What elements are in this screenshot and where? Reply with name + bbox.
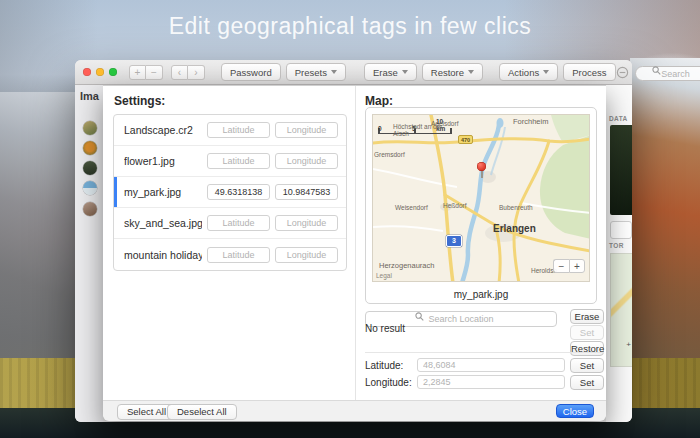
add-remove-segment: + − [129, 65, 163, 80]
image-thumbnail[interactable] [83, 141, 97, 155]
back-button[interactable]: ‹ [171, 65, 188, 80]
file-name: Landscape.cr2 [124, 124, 202, 136]
no-result-label: No result [365, 323, 405, 334]
image-thumbnail[interactable] [83, 161, 97, 175]
latitude-field[interactable] [207, 153, 270, 169]
chevron-down-icon [402, 70, 408, 74]
chevron-down-icon [468, 70, 474, 74]
map-place-label: Adelsdorf [431, 120, 458, 127]
longitude-field[interactable] [275, 122, 338, 138]
photo-preview-fragment [610, 125, 632, 215]
images-sidebar-header: Ima [80, 90, 99, 102]
search-input[interactable] [635, 66, 700, 81]
image-thumbnail[interactable] [83, 181, 97, 195]
file-row[interactable]: mountain holidays.jpg [114, 239, 346, 270]
traffic-lights [83, 68, 117, 76]
erase-menu-button[interactable]: Erase [364, 63, 417, 81]
actions-button[interactable]: Actions [499, 63, 558, 81]
hero-title: Edit geographical tags in few clics [0, 13, 700, 40]
images-sidebar: Ima [75, 85, 103, 422]
map-place-label: Gremsdorf [374, 151, 405, 158]
zoom-window-button[interactable] [109, 68, 117, 76]
file-row[interactable]: sky_and_sea.jpg [114, 208, 346, 239]
nav-segment: ‹ › [171, 65, 205, 80]
longitude-input[interactable] [417, 375, 565, 389]
longitude-field[interactable] [275, 153, 338, 169]
latitude-label: Latitude: [365, 360, 417, 371]
latitude-row: Latitude: [365, 358, 597, 372]
dialog-footer: Select All Deselect All Close [103, 400, 606, 421]
zoom-out-button[interactable]: − [553, 259, 569, 273]
longitude-field[interactable] [275, 215, 338, 231]
wallpaper-mountain-right [630, 58, 700, 363]
motorway-badge: 3 [446, 235, 462, 247]
zoom-in-button[interactable]: + [569, 259, 585, 273]
metadata-label-fragment: DATA [609, 115, 628, 122]
deselect-all-button[interactable]: Deselect All [167, 404, 237, 420]
latitude-field[interactable] [207, 122, 270, 138]
map-place-label: Bubenreuth [499, 204, 533, 211]
geotag-dialog: Settings: Map: Landscape.cr2 flower1.jpg… [103, 85, 606, 420]
forward-button[interactable]: › [188, 65, 205, 80]
file-name: sky_and_sea.jpg [124, 217, 202, 229]
image-thumbnail[interactable] [83, 202, 97, 216]
longitude-label: Longitude: [365, 377, 417, 388]
map-legal-link[interactable]: Legal [376, 272, 392, 279]
scale-zero: 0 [378, 125, 382, 132]
latitude-input[interactable] [417, 358, 565, 372]
longitude-field[interactable] [275, 247, 338, 263]
toolbar-search [635, 63, 700, 82]
restore-location-button[interactable]: Restore [570, 341, 604, 356]
chevron-down-icon [331, 70, 337, 74]
close-window-button[interactable] [83, 68, 91, 76]
background-panel-fragment: DATA TOR + [606, 85, 632, 422]
road-number-badge: 470 [458, 135, 473, 144]
map-zoom-controls: − + [553, 259, 585, 273]
map-place-label: Herzogenaurach [379, 262, 434, 271]
presets-button[interactable]: Presets [286, 63, 346, 81]
no-result-row: No result [365, 323, 597, 334]
latitude-field[interactable] [207, 184, 270, 200]
desktop: Edit geographical tags in few clics + − … [0, 0, 700, 438]
map-place-label: Weisendorf [395, 204, 428, 211]
map-place-label: Forchheim [513, 118, 548, 127]
map-container: 0 5 10 km Höchstadt an der Aisch Adelsdo… [365, 107, 597, 304]
process-button[interactable]: Process [563, 63, 615, 81]
search-icon [415, 312, 424, 321]
set-longitude-button[interactable]: Set [570, 375, 604, 390]
plus-icon: + [626, 340, 631, 349]
map-title: Map: [365, 94, 393, 108]
toolbar: + − ‹ › Password Presets Erase Restore [75, 60, 632, 85]
wallpaper-mountain-left [0, 92, 80, 362]
add-image-button[interactable]: + [129, 65, 146, 80]
longitude-row: Longitude: [365, 375, 597, 389]
remove-image-button[interactable]: − [146, 65, 163, 80]
password-button[interactable]: Password [221, 63, 281, 81]
set-location-button: Set [570, 325, 604, 340]
search-icon [652, 66, 661, 75]
image-thumbnail[interactable] [83, 121, 97, 135]
file-row[interactable]: Landscape.cr2 [114, 115, 346, 146]
map-canvas[interactable]: 0 5 10 km Höchstadt an der Aisch Adelsdo… [372, 114, 590, 282]
restore-menu-button[interactable]: Restore [422, 63, 483, 81]
longitude-field[interactable] [275, 184, 338, 200]
panel-divider [355, 86, 356, 400]
map-place-label: Heßdorf [443, 202, 466, 209]
latitude-field[interactable] [207, 215, 270, 231]
erase-location-button[interactable]: Erase [570, 309, 604, 324]
set-latitude-button[interactable]: Set [570, 358, 604, 373]
section-divider [365, 352, 604, 353]
settings-title: Settings: [114, 94, 165, 108]
map-caption: my_park.jpg [366, 289, 596, 300]
minimize-window-button[interactable] [96, 68, 104, 76]
app-window: + − ‹ › Password Presets Erase Restore [75, 60, 632, 422]
file-row-selected[interactable]: my_park.jpg [114, 177, 346, 208]
map-pin[interactable] [476, 162, 487, 180]
field-fragment [610, 221, 632, 239]
minus-circle-icon[interactable] [616, 64, 629, 81]
file-row[interactable]: flower1.jpg [114, 146, 346, 177]
latitude-field[interactable] [207, 247, 270, 263]
close-button[interactable]: Close [556, 404, 594, 418]
editor-label-fragment: TOR [609, 242, 624, 249]
map-place-label: Erlangen [493, 223, 536, 235]
